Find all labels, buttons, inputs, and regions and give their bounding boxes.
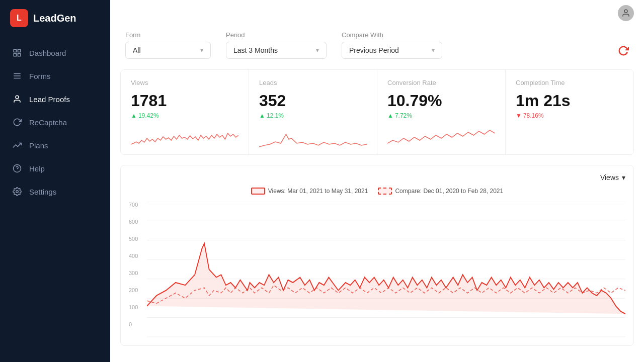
chart-area: 700 600 500 400 300 200 100 0 bbox=[129, 202, 625, 337]
chevron-down-icon: ▾ bbox=[622, 173, 625, 182]
topbar bbox=[110, 0, 644, 26]
chart-svg bbox=[129, 202, 625, 337]
logo-icon: L bbox=[10, 9, 28, 27]
legend-label-views: Views: Mar 01, 2021 to May 31, 2021 bbox=[268, 188, 368, 195]
menu-icon bbox=[12, 71, 22, 81]
refresh-icon bbox=[12, 117, 22, 127]
stat-views-title: Views bbox=[131, 79, 238, 86]
chart-dropdown[interactable]: Views ▾ bbox=[600, 173, 625, 182]
sidebar-nav: Dashboard Forms Lead Proofs ReCaptcha Pl bbox=[0, 41, 110, 362]
svg-point-11 bbox=[624, 10, 627, 13]
y-axis-labels: 700 600 500 400 300 200 100 0 bbox=[129, 202, 145, 327]
refresh-button[interactable] bbox=[618, 45, 629, 59]
sidebar-item-lead-proofs-label: Lead Proofs bbox=[29, 95, 70, 104]
help-icon bbox=[12, 163, 22, 173]
arrow-up-icon: ▲ bbox=[387, 112, 393, 119]
sidebar-item-lead-proofs[interactable]: Lead Proofs bbox=[0, 87, 110, 111]
stat-card-leads: Leads 352 ▲ 12.1% bbox=[249, 70, 377, 154]
logo[interactable]: L LeadGen bbox=[0, 0, 110, 36]
sidebar-item-settings-label: Settings bbox=[29, 188, 56, 196]
legend-item-views: Views: Mar 01, 2021 to May 31, 2021 bbox=[251, 188, 368, 195]
sidebar-item-help-label: Help bbox=[29, 164, 45, 173]
main-content: Form All ▾ Period Last 3 Months ▾ Compar… bbox=[110, 0, 644, 362]
arrow-down-icon: ▼ bbox=[516, 112, 522, 119]
stat-conversion-value: 10.79% bbox=[387, 92, 495, 110]
filter-period-label: Period bbox=[226, 31, 327, 39]
sidebar-item-dashboard-label: Dashboard bbox=[29, 49, 66, 57]
legend-label-compare: Compare: Dec 01, 2020 to Feb 28, 2021 bbox=[395, 188, 503, 195]
mini-chart-completion bbox=[516, 124, 623, 149]
sidebar-item-forms[interactable]: Forms bbox=[0, 64, 110, 87]
filter-form-label: Form bbox=[125, 31, 211, 39]
filter-compare-label: Compare With bbox=[342, 31, 442, 39]
arrow-up-icon: ▲ bbox=[259, 112, 265, 119]
sidebar-item-plans-label: Plans bbox=[29, 141, 48, 150]
filter-compare: Compare With Previous Period ▾ bbox=[342, 31, 442, 59]
filter-compare-select[interactable]: Previous Period ▾ bbox=[342, 42, 442, 59]
stat-card-conversion: Conversion Rate 10.79% ▲ 7.72% bbox=[377, 70, 506, 154]
sidebar-item-settings[interactable]: Settings bbox=[0, 180, 110, 203]
sidebar-item-recaptcha-label: ReCaptcha bbox=[29, 118, 67, 127]
mini-chart-views bbox=[131, 124, 238, 149]
filter-form-select[interactable]: All ▾ bbox=[125, 42, 211, 59]
stat-leads-value: 352 bbox=[259, 92, 367, 110]
svg-point-7 bbox=[16, 96, 19, 99]
sidebar-item-forms-label: Forms bbox=[29, 72, 51, 80]
sidebar-item-recaptcha[interactable]: ReCaptcha bbox=[0, 111, 110, 134]
filters-row: Form All ▾ Period Last 3 Months ▾ Compar… bbox=[110, 26, 644, 69]
chart-section: Views ▾ Views: Mar 01, 2021 to May 31, 2… bbox=[120, 165, 634, 346]
stat-conversion-change: ▲ 7.72% bbox=[387, 112, 495, 119]
user-avatar[interactable] bbox=[618, 5, 634, 21]
filter-form: Form All ▾ bbox=[125, 31, 211, 59]
mini-chart-leads bbox=[259, 124, 367, 149]
stat-conversion-title: Conversion Rate bbox=[387, 79, 495, 86]
stat-completion-value: 1m 21s bbox=[516, 92, 623, 110]
filter-period-select[interactable]: Last 3 Months ▾ bbox=[226, 42, 327, 59]
svg-rect-1 bbox=[18, 49, 21, 52]
filter-period: Period Last 3 Months ▾ bbox=[226, 31, 327, 59]
stat-views-change: ▲ 19.42% bbox=[131, 112, 238, 119]
stat-completion-change: ▼ 78.16% bbox=[516, 112, 623, 119]
stats-cards: Views 1781 ▲ 19.42% Leads 352 ▲ 12.1% bbox=[120, 69, 634, 155]
stat-card-completion: Completion Time 1m 21s ▼ 78.16% bbox=[506, 70, 633, 154]
filter-compare-value: Previous Period bbox=[349, 46, 399, 54]
sidebar-item-help[interactable]: Help bbox=[0, 157, 110, 180]
user-icon bbox=[12, 94, 22, 104]
grid-icon bbox=[12, 48, 22, 58]
app-name: LeadGen bbox=[33, 13, 76, 24]
stat-card-views: Views 1781 ▲ 19.42% bbox=[121, 70, 249, 154]
trending-icon bbox=[12, 140, 22, 150]
chevron-down-icon: ▾ bbox=[316, 47, 319, 54]
sidebar-item-plans[interactable]: Plans bbox=[0, 134, 110, 157]
chevron-down-icon: ▾ bbox=[200, 47, 203, 54]
svg-rect-3 bbox=[18, 54, 21, 56]
legend-box-dashed bbox=[378, 188, 392, 195]
chart-dropdown-label: Views bbox=[600, 173, 619, 182]
svg-rect-2 bbox=[14, 54, 16, 56]
settings-icon bbox=[12, 187, 22, 197]
stat-completion-title: Completion Time bbox=[516, 79, 623, 86]
legend-item-compare: Compare: Dec 01, 2020 to Feb 28, 2021 bbox=[378, 188, 503, 195]
filter-period-value: Last 3 Months bbox=[233, 46, 278, 54]
chart-header: Views ▾ bbox=[129, 173, 625, 182]
legend-box-solid bbox=[251, 188, 265, 195]
svg-point-10 bbox=[16, 191, 19, 193]
stat-views-value: 1781 bbox=[131, 92, 238, 110]
stat-leads-title: Leads bbox=[259, 79, 367, 86]
mini-chart-conversion bbox=[387, 124, 495, 149]
stat-leads-change: ▲ 12.1% bbox=[259, 112, 367, 119]
chart-legend: Views: Mar 01, 2021 to May 31, 2021 Comp… bbox=[129, 188, 625, 195]
sidebar-item-dashboard[interactable]: Dashboard bbox=[0, 41, 110, 64]
arrow-up-icon: ▲ bbox=[131, 112, 137, 119]
svg-rect-0 bbox=[14, 49, 16, 52]
sidebar: L LeadGen Dashboard Forms Lead Proofs bbox=[0, 0, 110, 362]
filter-form-value: All bbox=[133, 46, 141, 54]
chevron-down-icon: ▾ bbox=[432, 47, 435, 54]
